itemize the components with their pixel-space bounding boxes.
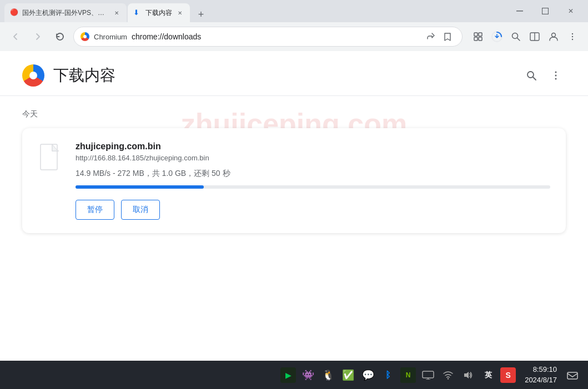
more-options-button[interactable] (546, 65, 566, 85)
browser-name-label: Chromium (94, 33, 127, 41)
tab-2-title: 下载内容 (145, 8, 172, 18)
svg-point-14 (572, 39, 573, 40)
title-bar: 🔴 国外主机测评-国外VPS、国... ✕ ⬇ 下载内容 ✕ + (0, 0, 588, 22)
svg-point-17 (555, 72, 557, 73)
site-favicon (81, 32, 89, 41)
share-icon[interactable] (423, 29, 439, 44)
forward-button[interactable] (29, 28, 47, 46)
taskbar-icon-4[interactable]: ✅ (340, 367, 356, 383)
download-info: zhujiceping.com.bin http://166.88.164.18… (76, 142, 550, 220)
taskbar-icons: ▶ 👾 🐧 ✅ 💬 ᛒ N 英 S (280, 367, 516, 383)
tab-group: 🔴 国外主机测评-国外VPS、国... ✕ ⬇ 下载内容 ✕ + (4, 0, 500, 22)
svg-point-12 (572, 33, 573, 34)
taskbar-date-display: 2024/8/17 (525, 375, 557, 385)
tab-1-title: 国外主机测评-国外VPS、国... (22, 8, 109, 18)
tab-2[interactable]: ⬇ 下载内容 ✕ (128, 3, 190, 22)
tab-1[interactable]: 🔴 国外主机测评-国外VPS、国... ✕ (4, 3, 127, 22)
search-downloads-button[interactable] (521, 65, 541, 85)
split-screen-icon[interactable] (526, 28, 544, 46)
taskbar-wifi-icon[interactable] (440, 367, 456, 383)
tab-2-favicon: ⬇ (133, 8, 142, 17)
back-button[interactable] (7, 28, 24, 46)
download-item-card: zhujiceping.com.bin http://166.88.164.18… (22, 128, 566, 233)
svg-rect-21 (423, 371, 434, 378)
address-bar[interactable]: Chromium chrome://downloads (73, 27, 463, 47)
svg-rect-4 (474, 37, 478, 41)
svg-rect-0 (516, 11, 523, 12)
maximize-button[interactable] (532, 2, 558, 20)
taskbar-right: 8:59:10 2024/8/17 (525, 365, 579, 385)
page-content: 下载内容 zhujiceping.com 今天 (0, 51, 588, 361)
taskbar-input-method-icon[interactable]: 英 (480, 367, 496, 383)
progress-bar-container (76, 185, 550, 189)
browser-window: 🔴 国外主机测评-国外VPS、国... ✕ ⬇ 下载内容 ✕ + (0, 0, 588, 361)
taskbar-sogou-icon[interactable]: S (500, 367, 516, 383)
svg-line-8 (517, 38, 520, 41)
extension-icon[interactable] (469, 28, 487, 46)
taskbar-icon-2[interactable]: 👾 (300, 367, 316, 383)
plus-icon: + (198, 9, 204, 21)
menu-icon[interactable] (564, 28, 581, 46)
date-section-label: 今天 (22, 109, 566, 119)
url-display: chrome://downloads (132, 32, 419, 41)
downloads-header: 下载内容 (0, 51, 588, 96)
taskbar-datetime[interactable]: 8:59:10 2024/8/17 (525, 365, 557, 385)
taskbar-icon-1[interactable]: ▶ (280, 367, 296, 383)
taskbar-volume-icon[interactable] (460, 367, 476, 383)
svg-rect-3 (479, 33, 482, 36)
svg-point-19 (555, 78, 557, 80)
svg-rect-5 (479, 37, 482, 41)
new-tab-button[interactable]: + (193, 7, 209, 22)
taskbar: ▶ 👾 🐧 ✅ 💬 ᛒ N 英 S 8:59:10 2024/8/17 (0, 361, 588, 389)
taskbar-icon-3[interactable]: 🐧 (320, 367, 336, 383)
taskbar-icon-8[interactable] (420, 367, 436, 383)
svg-marker-25 (464, 372, 469, 378)
taskbar-time-display: 8:59:10 (525, 365, 557, 375)
minimize-button[interactable] (507, 2, 532, 20)
svg-rect-26 (567, 372, 577, 379)
file-icon (38, 142, 64, 173)
bookmark-icon[interactable] (440, 29, 455, 44)
taskbar-bluetooth-icon[interactable]: ᛒ (380, 367, 396, 383)
svg-rect-2 (474, 33, 478, 36)
download-status: 14.9 MB/s - 272 MB，共 1.0 GB，还剩 50 秒 (76, 169, 550, 179)
toolbar-icons (469, 28, 581, 46)
close-button[interactable]: ✕ (558, 2, 584, 20)
search-icon[interactable] (507, 28, 525, 46)
tab-1-close[interactable]: ✕ (112, 8, 121, 17)
cancel-button[interactable]: 取消 (121, 200, 160, 220)
svg-rect-1 (542, 8, 549, 14)
download-icon[interactable] (488, 28, 506, 46)
svg-point-13 (572, 36, 573, 37)
file-url: http://166.88.164.185/zhujiceping.com.bi… (76, 154, 550, 162)
tab-1-favicon: 🔴 (10, 8, 19, 17)
reload-button[interactable] (51, 28, 69, 46)
svg-line-16 (533, 77, 536, 80)
tab-2-close[interactable]: ✕ (175, 8, 184, 17)
taskbar-icon-7[interactable]: N (400, 367, 416, 383)
nav-bar: Chromium chrome://downloads (0, 22, 588, 51)
svg-point-15 (527, 72, 534, 78)
window-controls: ✕ (507, 2, 584, 20)
address-icons (423, 29, 455, 44)
page-title: 下载内容 (53, 65, 115, 86)
pause-button[interactable]: 暂停 (76, 200, 114, 220)
downloads-logo (22, 64, 44, 87)
progress-bar-fill (76, 185, 204, 189)
profile-icon[interactable] (545, 28, 562, 46)
svg-point-11 (552, 33, 556, 37)
downloads-title-area: 下载内容 (22, 64, 115, 87)
svg-point-24 (448, 378, 449, 379)
taskbar-icon-5[interactable]: 💬 (360, 367, 376, 383)
download-actions: 暂停 取消 (76, 200, 550, 220)
svg-point-18 (555, 75, 557, 77)
downloads-body: zhujiceping.com 今天 zhujiceping.com.bin h… (0, 96, 588, 246)
downloads-header-actions (521, 65, 566, 85)
taskbar-notification-icon[interactable] (566, 368, 579, 382)
file-name: zhujiceping.com.bin (76, 142, 550, 151)
